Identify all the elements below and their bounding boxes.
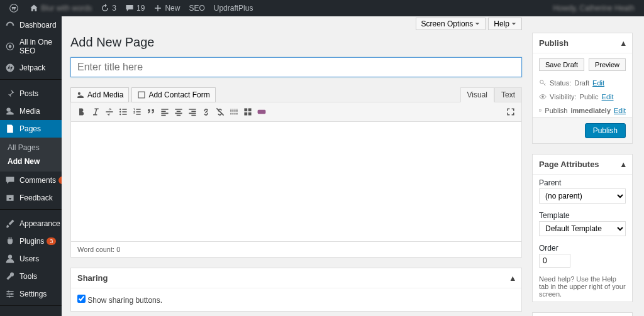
media-icon xyxy=(5,106,15,116)
sidebar-item-users[interactable]: Users xyxy=(0,250,62,268)
align-left-button[interactable] xyxy=(158,104,172,119)
sidebar-item-appearance[interactable]: Appearance xyxy=(0,215,62,232)
attrs-heading: Page Attributes xyxy=(539,160,599,169)
sidebar-item-aioseo[interactable]: All in One SEO xyxy=(0,34,62,59)
svg-rect-21 xyxy=(244,112,247,116)
svg-point-0 xyxy=(10,4,18,13)
svg-point-3 xyxy=(6,64,14,72)
toggle-icon xyxy=(243,107,253,117)
post-title-input[interactable] xyxy=(70,57,522,77)
edit-status-link[interactable]: Edit xyxy=(592,79,604,87)
chevron-down-icon xyxy=(511,21,516,26)
more-button[interactable] xyxy=(227,104,241,119)
quote-button[interactable] xyxy=(144,104,158,119)
seo-link[interactable]: SEO xyxy=(184,0,209,16)
sidebar-item-comments[interactable]: Comments10 xyxy=(0,172,62,189)
ol-button[interactable] xyxy=(130,104,144,119)
sidebar-item-posts[interactable]: Posts xyxy=(0,85,62,102)
inbox-icon xyxy=(5,193,15,203)
toggle-icon[interactable]: ▴ xyxy=(621,160,626,169)
svg-rect-20 xyxy=(248,108,252,111)
sidebar-item-sumome[interactable]: SumoMe xyxy=(0,311,62,316)
align-right-icon xyxy=(187,107,197,117)
updates-count[interactable]: 3 xyxy=(96,0,121,16)
align-right-button[interactable] xyxy=(186,104,199,119)
status-row: Status: Draft Edit xyxy=(533,76,632,90)
template-label: Template xyxy=(533,207,632,221)
howdy-account[interactable]: Howdy, Catherine Heath xyxy=(548,0,639,16)
submenu-all-pages[interactable]: All Pages xyxy=(0,141,62,155)
strike-icon xyxy=(104,107,114,117)
comments-count[interactable]: 19 xyxy=(121,0,149,16)
template-select[interactable]: Default Template xyxy=(539,221,626,236)
featured-image-postbox: Featured Image▴ Set featured image xyxy=(532,312,633,316)
admin-bar: Blur with words 3 19 New SEO UpdraftPlus… xyxy=(0,0,644,16)
submenu-add-new[interactable]: Add New xyxy=(0,155,62,168)
page-icon xyxy=(5,124,15,134)
list-ol-icon xyxy=(132,107,142,117)
toolbar-toggle-button[interactable] xyxy=(241,104,255,119)
target-icon xyxy=(5,41,15,52)
gauge-icon xyxy=(5,20,15,30)
main-column: Screen Options Help Add New Page Add Med… xyxy=(70,16,532,316)
publish-button[interactable]: Publish xyxy=(585,123,626,138)
sidebar-item-media[interactable]: Media xyxy=(0,102,62,120)
editor-tab-visual[interactable]: Visual xyxy=(460,87,494,102)
fullscreen-button[interactable] xyxy=(504,104,518,119)
add-media-button[interactable]: Add Media xyxy=(70,87,129,102)
sidebar-item-feedback[interactable]: Feedback xyxy=(0,189,62,207)
sidebar-rail: Publish▴ Save Draft Preview Status: Draf… xyxy=(532,16,633,316)
screen-options-button[interactable]: Screen Options xyxy=(416,18,486,30)
site-name[interactable]: Blur with words xyxy=(25,0,96,16)
wp-logo[interactable] xyxy=(5,0,25,16)
sharing-checkbox[interactable] xyxy=(77,295,86,303)
attrs-help-text: Need help? Use the Help tab in the upper… xyxy=(533,271,632,302)
updraft-link[interactable]: UpdraftPlus xyxy=(209,0,258,16)
user-icon xyxy=(5,254,15,264)
unlink-button[interactable] xyxy=(213,104,227,119)
save-draft-button[interactable]: Save Draft xyxy=(539,58,584,71)
bold-button[interactable] xyxy=(75,104,89,119)
comment-icon xyxy=(125,4,134,13)
ul-button[interactable] xyxy=(116,104,130,119)
parent-label: Parent xyxy=(533,175,632,188)
link-button[interactable] xyxy=(199,104,213,119)
wrench-icon xyxy=(5,271,15,281)
order-input[interactable] xyxy=(539,254,570,268)
edit-schedule-link[interactable]: Edit xyxy=(614,107,626,114)
brush-icon xyxy=(5,219,15,229)
sidebar-item-plugins[interactable]: Plugins3 xyxy=(0,232,62,250)
wc-icon-button[interactable] xyxy=(255,104,269,119)
parent-select[interactable]: (no parent) xyxy=(539,188,626,204)
toggle-icon[interactable]: ▴ xyxy=(621,38,626,48)
sidebar-item-settings[interactable]: Settings xyxy=(0,285,62,303)
publish-heading: Publish xyxy=(539,38,569,48)
svg-point-6 xyxy=(8,290,9,292)
strike-button[interactable] xyxy=(103,104,116,119)
admin-sidebar: Dashboard All in One SEO Jetpack Posts M… xyxy=(0,16,62,316)
sidebar-item-pages[interactable]: Pages xyxy=(0,120,62,138)
editor-toolbar xyxy=(71,102,521,122)
sharing-checkbox-label[interactable]: Show sharing buttons. xyxy=(77,296,162,305)
more-icon xyxy=(229,107,239,117)
sidebar-item-jetpack[interactable]: Jetpack xyxy=(0,59,62,77)
help-button[interactable]: Help xyxy=(488,18,522,30)
svg-rect-22 xyxy=(248,112,252,116)
order-label: Order xyxy=(533,240,632,254)
editor-content[interactable] xyxy=(71,122,521,241)
pin-icon xyxy=(5,89,15,99)
align-center-button[interactable] xyxy=(172,104,186,119)
svg-rect-19 xyxy=(244,108,247,111)
new-content[interactable]: New xyxy=(149,0,184,16)
svg-point-27 xyxy=(541,95,543,97)
editor-tab-text[interactable]: Text xyxy=(494,87,522,102)
sidebar-item-tools[interactable]: Tools xyxy=(0,268,62,285)
svg-point-18 xyxy=(119,114,121,115)
italic-button[interactable] xyxy=(89,104,103,119)
edit-visibility-link[interactable]: Edit xyxy=(602,93,614,101)
preview-button[interactable]: Preview xyxy=(589,58,626,71)
toggle-icon[interactable]: ▴ xyxy=(511,273,515,283)
add-contact-form-button[interactable]: Add Contact Form xyxy=(131,87,215,102)
sidebar-item-dashboard[interactable]: Dashboard xyxy=(0,16,62,34)
key-icon xyxy=(539,79,547,87)
